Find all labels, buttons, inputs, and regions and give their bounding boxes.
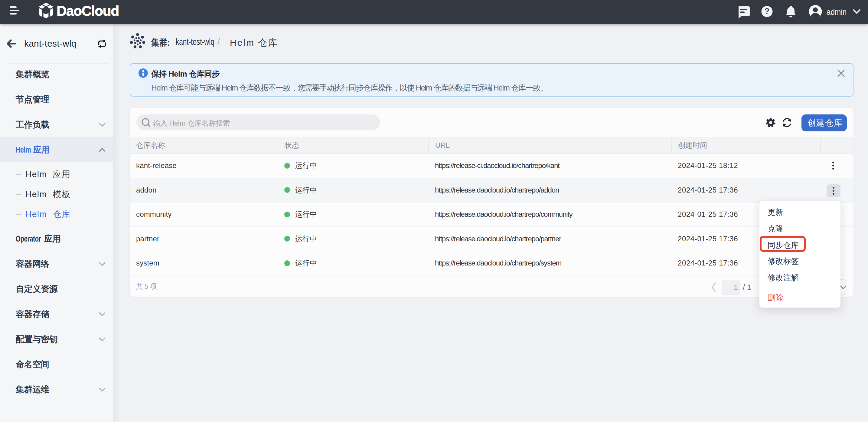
svg-text:?: ?	[765, 7, 770, 16]
